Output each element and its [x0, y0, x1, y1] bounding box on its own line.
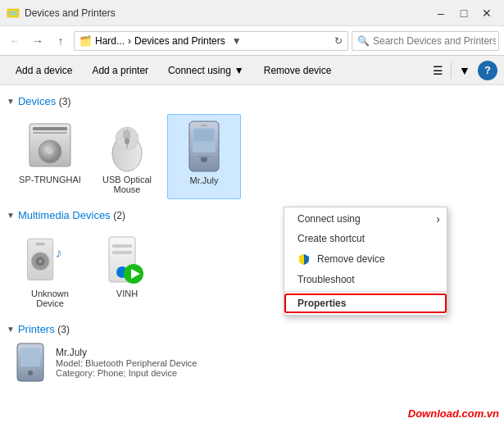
printers-section-header[interactable]: ▼ Printers (3)	[0, 320, 504, 339]
maximize-button[interactable]: □	[453, 5, 474, 21]
view-options-button[interactable]: ☰	[428, 61, 447, 80]
devices-expand-icon: ▼	[7, 97, 15, 106]
device-label-vinh: VINH	[116, 289, 138, 298]
ctx-separator	[284, 291, 447, 292]
device-label-sp-trunghai: SP-TRUNGHAI	[19, 175, 81, 184]
printers-expand-icon: ▼	[7, 325, 15, 334]
window-icon	[7, 7, 20, 20]
device-label-unknown: Unknown Device	[18, 289, 82, 308]
connect-using-label: Connect using	[168, 65, 231, 76]
svg-rect-17	[201, 125, 207, 126]
add-device-button[interactable]: Add a device	[7, 60, 81, 81]
refresh-icon[interactable]: ↻	[334, 35, 343, 47]
device-item-unknown[interactable]: ♪ Unknown Device	[13, 228, 87, 313]
device-item-vinh[interactable]: VINH	[90, 228, 164, 313]
search-box[interactable]: 🔍	[352, 31, 499, 51]
help-button[interactable]: ?	[478, 61, 497, 80]
svg-rect-3	[33, 127, 67, 130]
svg-rect-25	[112, 244, 132, 248]
device-item-sp-trunghai[interactable]: SP-TRUNGHAI	[13, 114, 87, 199]
svg-point-6	[48, 149, 52, 154]
path-icon: 🗂️	[79, 35, 92, 47]
close-button[interactable]: ✕	[476, 5, 497, 21]
context-menu: Connect using Create shortcut Remove dev…	[284, 207, 447, 316]
title-bar: Devices and Printers – □ ✕	[0, 0, 504, 26]
svg-rect-26	[112, 251, 132, 254]
shield-icon	[297, 252, 311, 266]
svg-rect-4	[33, 132, 67, 134]
watermark-suffix: .com.vn	[459, 407, 499, 420]
ctx-connect-using[interactable]: Connect using	[284, 209, 447, 229]
add-printer-button[interactable]: Add a printer	[83, 60, 157, 81]
svg-point-11	[125, 138, 129, 144]
ctx-create-shortcut[interactable]: Create shortcut	[284, 229, 447, 248]
view-separator	[451, 62, 452, 79]
path-current: Devices and Printers	[134, 35, 225, 47]
main-content: ▼ Devices (3)	[0, 85, 504, 423]
forward-button[interactable]: →	[28, 31, 48, 51]
svg-point-21	[39, 259, 42, 262]
connect-using-arrow: ▼	[234, 65, 244, 76]
svg-rect-1	[9, 11, 17, 16]
address-path[interactable]: 🗂️ Hard... › Devices and Printers ▼ ↻	[74, 31, 348, 51]
multimedia-expand-icon: ▼	[7, 211, 15, 220]
svg-rect-10	[123, 130, 130, 139]
ctx-troubleshoot[interactable]: Troubleshoot	[284, 270, 447, 289]
path-root: Hard...	[95, 35, 125, 47]
svg-text:♪: ♪	[55, 245, 61, 260]
devices-grid: SP-TRUNGHAI	[0, 111, 504, 206]
printer-row-mr-july[interactable]: Mr.July Model: Bluetooth Peripheral Devi…	[13, 342, 491, 383]
device-item-usb-mouse[interactable]: USB OpticalMouse	[90, 114, 164, 199]
add-device-label: Add a device	[16, 65, 72, 76]
speaker-device-icon: ♪	[24, 233, 76, 285]
connect-using-button[interactable]: Connect using ▼	[159, 60, 253, 81]
printer-category: Category: Phone; Input device	[56, 368, 197, 378]
printer-info: Mr.July Model: Bluetooth Peripheral Devi…	[56, 347, 197, 378]
devices-section-header[interactable]: ▼ Devices (3)	[0, 92, 504, 111]
search-icon: 🔍	[357, 35, 370, 47]
remove-device-button[interactable]: Remove device	[255, 60, 341, 81]
watermark: Download.com.vn	[403, 406, 504, 421]
printer-model: Model: Bluetooth Peripheral Device	[56, 358, 197, 368]
printer-name: Mr.July	[56, 347, 197, 358]
printers-section-title: Printers (3)	[18, 323, 70, 335]
printer-thumb	[13, 345, 48, 380]
remove-device-label: Remove device	[264, 65, 332, 76]
multimedia-section-title: Multimedia Devices (2)	[18, 209, 125, 221]
path-separator: ›	[128, 35, 131, 47]
svg-point-32	[28, 371, 33, 375]
toolbar-right: ☰ ▼ ?	[428, 61, 497, 80]
watermark-text: Download	[408, 407, 459, 420]
ctx-properties-label: Properties	[297, 298, 346, 309]
mouse-device-icon	[101, 119, 153, 171]
add-printer-label: Add a printer	[92, 65, 148, 76]
up-button[interactable]: ↑	[51, 31, 70, 51]
devices-section-title: Devices (3)	[18, 95, 71, 107]
ctx-remove-device-label: Remove device	[317, 253, 385, 265]
device-item-mr-july[interactable]: Mr.July	[167, 114, 241, 199]
device-label-usb-mouse: USB OpticalMouse	[102, 175, 152, 194]
toolbar: Add a device Add a printer Connect using…	[0, 56, 504, 85]
search-input[interactable]	[373, 35, 496, 47]
minimize-button[interactable]: –	[430, 5, 452, 21]
svg-rect-22	[36, 242, 45, 245]
device-label-mr-july: Mr.July	[190, 175, 219, 185]
hdd-device-icon	[24, 119, 76, 171]
view-dropdown-button[interactable]: ▼	[455, 61, 474, 80]
printers-list: Mr.July Model: Bluetooth Peripheral Devi…	[0, 339, 504, 389]
ctx-troubleshoot-label: Troubleshoot	[297, 274, 355, 285]
svg-rect-31	[20, 348, 40, 366]
ctx-create-shortcut-label: Create shortcut	[297, 233, 365, 244]
back-button[interactable]: ←	[5, 31, 25, 51]
content-area: ▼ Devices (3)	[0, 85, 504, 423]
svg-rect-16	[198, 156, 211, 157]
ctx-properties[interactable]: Properties	[284, 293, 447, 313]
window-title: Devices and Printers	[25, 7, 430, 19]
phone-device-icon	[178, 120, 230, 172]
ctx-remove-device[interactable]: Remove device	[284, 248, 447, 270]
svg-rect-14	[194, 130, 214, 141]
window-controls: – □ ✕	[430, 5, 497, 21]
path-dropdown-icon[interactable]: ▼	[232, 35, 242, 47]
address-bar: ← → ↑ 🗂️ Hard... › Devices and Printers …	[0, 26, 504, 56]
ctx-connect-using-label: Connect using	[297, 213, 361, 225]
